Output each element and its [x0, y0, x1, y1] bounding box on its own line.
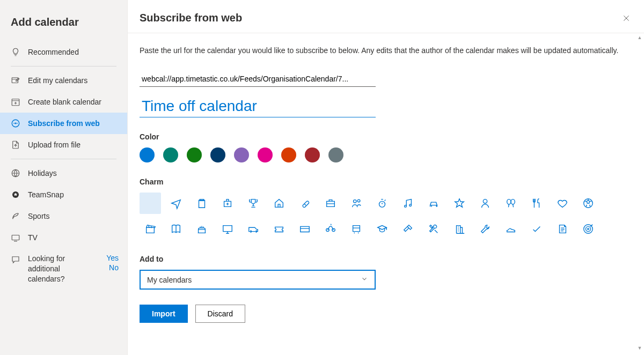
charm-home[interactable] [268, 193, 290, 214]
addto-label: Add to [140, 255, 632, 263]
import-button[interactable]: Import [140, 305, 188, 323]
main-body: Paste the url for the calendar you would… [128, 33, 644, 355]
charm-pill[interactable] [294, 193, 316, 214]
charm-stopwatch[interactable] [371, 193, 393, 214]
charm-airplane[interactable] [165, 193, 187, 214]
svg-point-12 [511, 199, 515, 204]
sidebar-item-teamsnap[interactable]: TeamSnap [0, 184, 127, 205]
charm-book[interactable] [165, 218, 187, 240]
sidebar-label: Create blank calendar [28, 98, 101, 106]
footer-text: Looking for additional calendars? [28, 254, 99, 284]
charm-none[interactable] [140, 193, 161, 214]
charm-car[interactable] [423, 193, 444, 214]
charm-shoe[interactable] [500, 218, 522, 240]
color-label: Color [140, 132, 632, 141]
color-swatch-2[interactable] [187, 147, 202, 162]
scroll-down-icon: ▼ [638, 345, 642, 351]
globe-icon [11, 168, 20, 178]
charm-trophy[interactable] [243, 193, 264, 214]
color-swatch-0[interactable] [140, 147, 155, 162]
subscribe-web-icon [11, 119, 20, 128]
color-swatch-8[interactable] [328, 147, 343, 162]
color-swatch-3[interactable] [210, 147, 225, 162]
button-row: Import Discard [140, 305, 632, 323]
charm-van[interactable] [243, 218, 264, 240]
svg-rect-0 [12, 78, 18, 83]
color-swatch-4[interactable] [234, 147, 249, 162]
charm-people[interactable] [346, 193, 367, 214]
svg-point-15 [586, 226, 590, 231]
charm-bike[interactable] [320, 218, 341, 240]
charm-ticket[interactable] [268, 218, 290, 240]
sports-icon [11, 211, 20, 221]
scroll-up-icon: ▲ [638, 35, 642, 40]
charm-heart[interactable] [552, 193, 573, 214]
close-button[interactable] [620, 12, 632, 24]
charm-tools[interactable] [423, 218, 444, 240]
charm-balloons[interactable] [500, 193, 522, 214]
page-title: Subscribe from web [140, 12, 242, 24]
scrollbar[interactable]: ▲ ▼ [637, 35, 642, 351]
calendar-name-input[interactable] [140, 94, 376, 117]
svg-point-16 [588, 228, 589, 230]
charm-monitor[interactable] [217, 218, 238, 240]
chevron-down-icon [361, 275, 368, 284]
discard-button[interactable]: Discard [195, 305, 245, 323]
sidebar-item-recommended[interactable]: Recommended [0, 41, 127, 63]
sidebar-label: Subscribe from web [28, 119, 100, 128]
charm-first-aid[interactable] [217, 193, 238, 214]
sidebar-item-create-blank[interactable]: Create blank calendar [0, 91, 127, 113]
charm-bus[interactable] [346, 218, 367, 240]
feedback-icon [11, 255, 20, 264]
addto-value: My calendars [147, 276, 192, 284]
charm-clipboard[interactable] [191, 193, 213, 214]
edit-calendar-icon [11, 76, 20, 85]
color-row [140, 147, 632, 162]
charm-cake[interactable] [191, 218, 213, 240]
footer-yes[interactable]: Yes [106, 254, 119, 262]
color-swatch-1[interactable] [163, 147, 178, 162]
color-swatch-5[interactable] [258, 147, 273, 162]
charm-target[interactable] [577, 218, 599, 240]
charm-star[interactable] [449, 193, 470, 214]
url-input[interactable] [140, 71, 376, 87]
svg-point-10 [357, 199, 360, 202]
sidebar-label: TV [28, 233, 38, 242]
sidebar-item-tv[interactable]: TV [0, 227, 127, 248]
charm-label: Charm [140, 178, 632, 186]
charm-utensils[interactable] [526, 193, 547, 214]
sidebar-item-sports[interactable]: Sports [0, 205, 127, 227]
charm-graduation[interactable] [371, 218, 393, 240]
tv-icon [11, 233, 20, 242]
svg-rect-8 [12, 235, 19, 240]
charm-person[interactable] [474, 193, 496, 214]
charm-clapboard[interactable] [140, 218, 161, 240]
sidebar-label: Upload from file [28, 140, 80, 149]
charm-wrench[interactable] [474, 218, 496, 240]
color-swatch-6[interactable] [281, 147, 296, 162]
charm-grid [140, 193, 632, 240]
charm-notepad[interactable] [552, 218, 573, 240]
charm-checkmark[interactable] [526, 218, 547, 240]
sidebar-item-subscribe-web[interactable]: Subscribe from web [0, 113, 127, 134]
sidebar-item-upload-file[interactable]: Upload from file [0, 134, 127, 156]
charm-music[interactable] [397, 193, 419, 214]
divider [11, 66, 116, 66]
sidebar-item-edit-calendars[interactable]: Edit my calendars [0, 70, 127, 91]
sidebar-label: Sports [28, 212, 49, 220]
charm-building[interactable] [449, 218, 470, 240]
teamsnap-icon [11, 190, 20, 199]
addto-dropdown[interactable]: My calendars [140, 270, 376, 290]
charm-briefcase[interactable] [320, 193, 341, 214]
divider [11, 159, 116, 159]
charm-soccer[interactable] [577, 193, 599, 214]
lightbulb-icon [11, 47, 20, 57]
main-panel: Subscribe from web Paste the url for the… [128, 0, 644, 355]
color-swatch-7[interactable] [305, 147, 320, 162]
sidebar-label: Recommended [28, 48, 79, 56]
description: Paste the url for the calendar you would… [140, 45, 623, 56]
footer-no[interactable]: No [109, 263, 119, 272]
sidebar-item-holidays[interactable]: Holidays [0, 162, 127, 184]
charm-hammer[interactable] [397, 218, 419, 240]
charm-card[interactable] [294, 218, 316, 240]
